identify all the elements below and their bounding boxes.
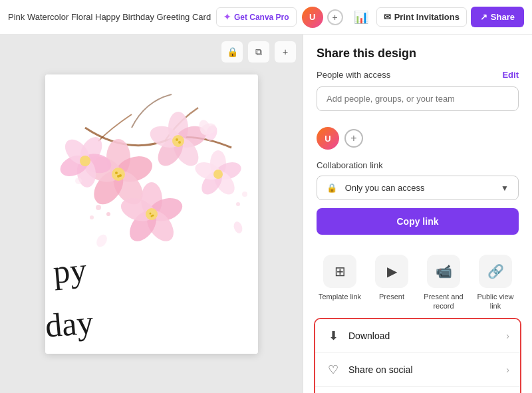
print-icon: ✉ xyxy=(384,12,391,22)
public-view-icon: 🔗 xyxy=(479,255,512,288)
template-link-icon: ⊞ xyxy=(323,255,356,288)
happy-text: py xyxy=(51,252,87,288)
birthday-text: day xyxy=(45,305,94,342)
svg-point-38 xyxy=(80,156,90,166)
download-label: Download xyxy=(348,330,390,341)
people-access-row: People with access Edit xyxy=(317,70,519,80)
public-view-label: Public view link xyxy=(472,292,519,311)
svg-point-46 xyxy=(236,202,240,206)
download-icon: ⬇ xyxy=(326,328,340,343)
access-dropdown[interactable]: 🔒 Only you can access ▼ xyxy=(317,176,519,200)
collab-label: Collaboration link xyxy=(317,160,519,170)
design-card: py day xyxy=(45,74,258,354)
add-people-input[interactable] xyxy=(317,86,519,111)
svg-point-9 xyxy=(117,175,120,178)
analytics-icon: 📊 xyxy=(354,11,368,24)
svg-point-47 xyxy=(75,178,82,184)
template-link-option[interactable]: ⊞ Template link xyxy=(317,255,363,311)
share-button[interactable]: ↗ Share xyxy=(471,7,524,27)
action-list: ⬇ Download › ♡ Share on social › 🚌 Print… xyxy=(314,318,521,393)
add-team-button[interactable]: + xyxy=(327,9,343,25)
present-record-icon: 📹 xyxy=(427,255,460,288)
canvas-area: 🔒 ⧉ + xyxy=(0,35,303,393)
share-options-grid: ⊞ Template link ▶ Present 📹 Present and … xyxy=(303,247,532,311)
svg-point-23 xyxy=(146,208,158,220)
share-panel: Share this design People with access Edi… xyxy=(303,35,532,393)
present-option[interactable]: ▶ Present xyxy=(368,255,415,311)
svg-point-42 xyxy=(96,205,101,210)
copy-link-button[interactable]: Copy link xyxy=(317,208,519,235)
add-tool[interactable]: + xyxy=(275,41,296,63)
lock-icon: 🔒 xyxy=(327,183,337,193)
svg-point-45 xyxy=(242,192,247,197)
people-access-label: People with access xyxy=(317,70,390,80)
share-social-item[interactable]: ♡ Share on social › xyxy=(315,353,520,387)
copy-tool[interactable]: ⧉ xyxy=(248,41,269,63)
analytics-button[interactable]: 📊 xyxy=(348,6,374,29)
svg-point-15 xyxy=(172,135,184,147)
svg-point-32 xyxy=(213,170,223,179)
share-social-label: Share on social xyxy=(348,364,413,375)
lock-tool[interactable]: 🔒 xyxy=(221,41,243,63)
public-view-option[interactable]: 🔗 Public view link xyxy=(472,255,519,311)
share-social-icon: ♡ xyxy=(326,362,340,377)
share-panel-header: Share this design People with access Edi… xyxy=(303,35,532,127)
chevron-down-icon: ▼ xyxy=(501,184,509,193)
user-avatar: U xyxy=(317,127,339,150)
print-label: Print Invitations xyxy=(394,12,460,22)
template-link-label: Template link xyxy=(319,292,361,301)
download-item[interactable]: ⬇ Download › xyxy=(315,319,520,353)
access-option-text: Only you can access xyxy=(345,183,425,193)
svg-point-44 xyxy=(90,215,94,219)
document-title: Pink Watercolor Floral Happy Birthday Gr… xyxy=(8,12,216,22)
print-invitations-button[interactable]: ✉ Print Invitations xyxy=(376,7,467,27)
present-record-option[interactable]: 📹 Present and record xyxy=(420,255,467,311)
present-label: Present xyxy=(379,292,404,301)
share-panel-title: Share this design xyxy=(317,47,519,61)
chevron-right-icon: › xyxy=(506,330,509,341)
avatar[interactable]: U xyxy=(302,7,323,28)
print-canva-item[interactable]: 🚌 Print with Canva › xyxy=(315,387,520,393)
present-record-label: Present and record xyxy=(420,292,467,311)
canva-pro-label: Get Canva Pro xyxy=(234,13,289,22)
share-label: Share xyxy=(491,12,515,22)
chevron-right-icon-2: › xyxy=(506,364,509,375)
crown-icon: ✦ xyxy=(223,12,231,22)
present-icon: ▶ xyxy=(375,255,408,288)
svg-point-17 xyxy=(178,141,181,144)
avatar-area: U + xyxy=(302,7,343,28)
share-icon: ↗ xyxy=(480,12,487,22)
svg-point-16 xyxy=(176,138,178,141)
collaboration-section: Collaboration link 🔒 Only you can access… xyxy=(303,160,532,247)
canvas-toolbar: 🔒 ⧉ + xyxy=(221,41,296,63)
add-member-button[interactable]: + xyxy=(344,129,363,148)
svg-point-6 xyxy=(112,168,125,181)
svg-point-43 xyxy=(106,212,110,216)
svg-point-24 xyxy=(149,212,151,214)
edit-access-link[interactable]: Edit xyxy=(502,70,519,80)
canva-pro-button[interactable]: ✦ Get Canva Pro xyxy=(216,7,297,27)
avatar-row: U + xyxy=(303,127,532,150)
header: Pink Watercolor Floral Happy Birthday Gr… xyxy=(0,0,532,35)
svg-point-26 xyxy=(150,215,152,217)
svg-point-7 xyxy=(115,172,118,174)
